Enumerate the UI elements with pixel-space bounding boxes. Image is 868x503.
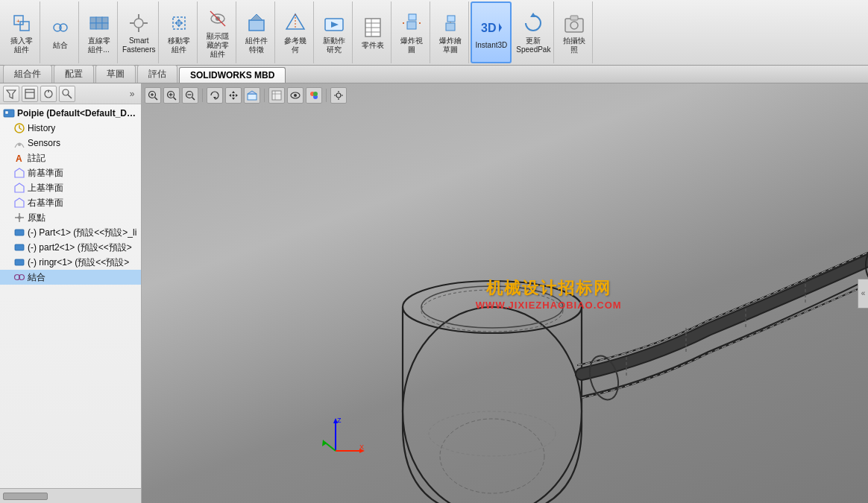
svg-point-11 <box>134 19 143 28</box>
zoom-out-btn[interactable] <box>182 87 198 104</box>
hide-show-components-btn[interactable] <box>287 87 304 104</box>
scroll-thumb[interactable] <box>3 493 48 500</box>
instant3d-btn[interactable]: 3D Instant3D <box>471 1 512 63</box>
svg-marker-45 <box>7 90 16 98</box>
svg-point-105 <box>421 290 563 332</box>
svg-marker-61 <box>15 198 24 207</box>
exploded-view-label: 爆炸視 圖 <box>400 37 423 54</box>
tree-sensors-item[interactable]: Sensors <box>0 136 141 151</box>
show-hide-icon <box>206 7 230 31</box>
svg-marker-84 <box>229 94 231 97</box>
assembly-features-label: 組件件 特徵 <box>245 37 268 54</box>
tab-sketch[interactable]: 草圖 <box>95 65 136 83</box>
ringr1-label: (-) ringr<1> (預設<<預設> <box>28 256 129 269</box>
bom-btn[interactable]: 零件表 <box>354 1 391 63</box>
tree-top-plane-item[interactable]: 上基準面 <box>0 180 141 195</box>
tree-pin-button[interactable] <box>40 86 57 102</box>
svg-marker-22 <box>251 14 262 20</box>
tree-right-plane-item[interactable]: 右基準面 <box>0 195 141 210</box>
svg-marker-40 <box>499 23 502 32</box>
svg-text:✥: ✥ <box>174 17 183 29</box>
viewport[interactable]: 机械设计招标网 WWW.JIXIEZHAOBIAO.COM Z X « <box>142 83 868 503</box>
rotate-btn[interactable] <box>207 87 223 104</box>
filter-button[interactable] <box>3 86 19 102</box>
tree-ringr1-item[interactable]: (-) ringr<1> (預設<<預設> <box>0 255 141 270</box>
tree-history-item[interactable]: History <box>0 121 141 136</box>
move-component-label: 移動零 組件 <box>168 37 190 54</box>
coordinate-axes: Z X <box>321 414 365 458</box>
new-motion-study-btn[interactable]: 新動作 研究 <box>315 1 353 63</box>
tree-mate-item[interactable]: 結合 <box>0 270 141 285</box>
svg-rect-9 <box>96 23 102 29</box>
tab-solidworks-mbd[interactable]: SOLIDWORKS MBD <box>179 67 286 83</box>
show-hide-btn[interactable]: 顯示隱 藏的零 組件 <box>199 1 236 63</box>
tree-annotations-item[interactable]: A 註記 <box>0 151 141 165</box>
origin-icon <box>13 212 25 224</box>
svg-rect-37 <box>447 16 455 22</box>
show-hide-label: 顯示隱 藏的零 組件 <box>207 32 229 59</box>
display-style-btn[interactable] <box>268 87 285 104</box>
move-component-btn[interactable]: ✥ 移動零 組件 <box>160 1 198 63</box>
main-toolbar: + 插入零 組件 結合 直線零 組件... <box>0 0 868 66</box>
capture-snapshot-btn[interactable]: 拍攝快 照 <box>556 1 593 63</box>
tab-bar: 組合件 配置 草圖 評估 SOLIDWORKS MBD <box>0 66 868 83</box>
ringr1-icon <box>13 256 25 268</box>
explode-line-label: 爆炸繪 草圖 <box>439 37 462 54</box>
tree-origin-item[interactable]: 原點 <box>0 210 141 225</box>
tree-part1-item[interactable]: (-) Part<1> (預設<<預設>_li <box>0 225 141 240</box>
svg-text:3D: 3D <box>481 22 496 34</box>
tab-assembly[interactable]: 組合件 <box>3 65 52 83</box>
smart-fasteners-btn[interactable]: Smart Fasteners <box>119 1 159 63</box>
assembly-features-btn[interactable]: 組件件 特徵 <box>238 1 275 63</box>
insert-component-label: 插入零 組件 <box>10 37 33 54</box>
view-settings-btn[interactable] <box>330 87 347 104</box>
mate-tree-icon <box>13 271 25 283</box>
right-plane-icon <box>13 197 25 209</box>
update-speedpak-icon <box>521 11 545 35</box>
collapse-button[interactable] <box>22 86 38 102</box>
right-panel-expand-btn[interactable]: « <box>858 279 868 309</box>
zoom-fit-btn[interactable] <box>145 87 161 104</box>
tab-evaluate[interactable]: 評估 <box>137 65 177 83</box>
linear-component-btn[interactable]: 直線零 組件... <box>81 1 118 63</box>
svg-rect-6 <box>96 17 102 23</box>
svg-line-20 <box>210 11 225 26</box>
explode-line-btn[interactable]: 爆炸繪 草圖 <box>432 1 469 63</box>
right-plane-label: 右基準面 <box>28 197 63 209</box>
reference-geometry-label: 參考幾 何 <box>284 37 306 54</box>
expand-panel-button[interactable]: » <box>126 86 138 102</box>
insert-component-btn[interactable]: + 插入零 組件 <box>3 1 40 63</box>
svg-line-51 <box>68 95 72 98</box>
view-orient-btn[interactable] <box>244 87 260 104</box>
edit-appearance-btn[interactable] <box>306 87 322 104</box>
svg-point-97 <box>336 93 341 98</box>
svg-marker-123 <box>322 440 327 446</box>
svg-point-50 <box>63 89 69 95</box>
svg-point-93 <box>294 94 297 97</box>
instant3d-icon: 3D <box>479 16 503 39</box>
svg-rect-8 <box>90 23 96 29</box>
mate-btn[interactable]: 結合 <box>42 1 79 63</box>
tab-layout[interactable]: 配置 <box>54 65 94 83</box>
svg-marker-88 <box>248 91 257 94</box>
origin-label: 原點 <box>28 212 45 224</box>
svg-rect-5 <box>90 17 96 23</box>
svg-point-102 <box>403 307 582 503</box>
zoom-in-btn[interactable] <box>163 87 180 104</box>
svg-rect-42 <box>565 19 583 32</box>
reference-geometry-btn[interactable]: 參考幾 何 <box>277 1 314 63</box>
smart-fasteners-icon <box>127 11 151 35</box>
tree-front-plane-item[interactable]: 前基準面 <box>0 165 141 180</box>
mate-tree-label: 結合 <box>28 271 45 284</box>
search-button[interactable] <box>59 86 75 102</box>
mate-icon <box>48 16 72 39</box>
exploded-view-btn[interactable]: 爆炸視 圖 <box>393 1 430 63</box>
svg-point-64 <box>18 216 21 219</box>
update-speedpak-btn[interactable]: 更新 SpeedPak <box>513 1 554 63</box>
svg-rect-53 <box>5 111 8 114</box>
tree-part2-item[interactable]: (-) part2<1> (預設<<預設> <box>0 240 141 255</box>
tree-root-item[interactable]: Poipie (Default<Default_Displ <box>0 106 141 121</box>
vt-sep2 <box>264 89 265 102</box>
pan-btn[interactable] <box>225 87 242 104</box>
capture-snapshot-label: 拍攝快 照 <box>563 37 585 54</box>
